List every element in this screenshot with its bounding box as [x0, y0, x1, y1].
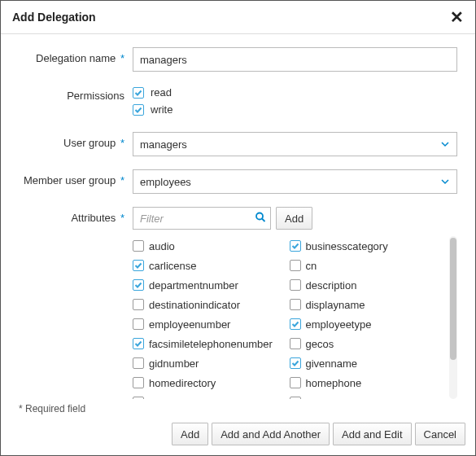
- attribute-item[interactable]: employeetype: [290, 314, 447, 334]
- attribute-add-button[interactable]: Add: [276, 207, 312, 230]
- attribute-item[interactable]: gidnumber: [133, 353, 290, 373]
- checkbox-icon[interactable]: [133, 318, 144, 330]
- chevron-down-icon: [440, 177, 450, 186]
- attribute-label: cn: [306, 260, 317, 272]
- attribute-label: givenname: [306, 357, 358, 370]
- checkbox-icon[interactable]: [133, 104, 144, 116]
- row-member-user-group: Member user group * employees: [19, 169, 457, 194]
- required-asterisk: *: [117, 137, 124, 149]
- row-delegation-name: Delegation name *: [19, 47, 457, 72]
- attribute-item[interactable]: destinationindicator: [133, 295, 290, 314]
- required-field-note: * Required field: [1, 400, 475, 418]
- attribute-controls: Add: [133, 207, 457, 230]
- dialog-footer: Add Add and Add Another Add and Edit Can…: [1, 418, 475, 455]
- dialog-header: Add Delegation ✕: [1, 1, 475, 34]
- attribute-item[interactable]: carlicense: [133, 256, 290, 275]
- attribute-item[interactable]: homepostaladdress: [133, 392, 290, 399]
- attribute-label: destinationindicator: [149, 299, 240, 311]
- checkbox-icon[interactable]: [133, 357, 144, 369]
- attribute-label: gidnumber: [149, 357, 199, 370]
- svg-line-1: [262, 219, 265, 222]
- required-asterisk: *: [117, 212, 124, 224]
- add-button[interactable]: Add: [172, 423, 208, 445]
- user-group-select[interactable]: managers: [133, 132, 457, 156]
- attribute-filter-input[interactable]: [133, 207, 271, 230]
- attribute-label: homephone: [306, 377, 362, 389]
- checkbox-icon[interactable]: [290, 397, 301, 399]
- attribute-scrollbar[interactable]: [449, 236, 457, 399]
- attribute-label: description: [306, 279, 357, 292]
- member-user-group-value: employees: [140, 176, 191, 188]
- checkbox-icon[interactable]: [133, 260, 144, 271]
- user-group-value: managers: [140, 138, 187, 151]
- required-asterisk: *: [117, 174, 124, 186]
- row-permissions: Permissions read write: [19, 85, 457, 119]
- attribute-label: gecos: [306, 338, 334, 350]
- scrollbar-thumb[interactable]: [450, 238, 456, 360]
- svg-point-0: [256, 213, 263, 220]
- attribute-item[interactable]: employeenumber: [133, 314, 290, 334]
- checkbox-icon[interactable]: [133, 299, 144, 310]
- delegation-name-field[interactable]: [133, 47, 457, 72]
- checkbox-icon[interactable]: [133, 338, 144, 349]
- attribute-label: facsimiletelephonenumber: [149, 338, 273, 350]
- label-user-group: User group *: [19, 132, 133, 149]
- member-user-group-select[interactable]: employees: [133, 169, 457, 194]
- add-and-edit-button[interactable]: Add and Edit: [333, 423, 411, 445]
- checkbox-icon[interactable]: [133, 377, 144, 388]
- label-permissions: Permissions: [19, 85, 133, 102]
- attribute-item[interactable]: inetuserhttpurl: [290, 392, 447, 399]
- attribute-label: employeetype: [306, 318, 372, 331]
- attribute-item[interactable]: audio: [133, 236, 290, 256]
- attribute-item[interactable]: departmentnumber: [133, 275, 290, 295]
- attribute-label: homepostaladdress: [149, 397, 241, 400]
- checkbox-icon[interactable]: [133, 240, 144, 252]
- chevron-down-icon: [440, 139, 450, 149]
- attribute-label: audio: [149, 240, 175, 252]
- attribute-item[interactable]: gecos: [290, 334, 447, 353]
- checkbox-icon[interactable]: [290, 240, 301, 252]
- checkbox-icon[interactable]: [290, 338, 301, 349]
- attribute-item[interactable]: facsimiletelephonenumber: [133, 334, 290, 353]
- checkbox-icon[interactable]: [290, 279, 301, 291]
- attribute-item[interactable]: businesscategory: [290, 236, 447, 256]
- label-member-user-group: Member user group *: [19, 169, 133, 186]
- attribute-item[interactable]: homephone: [290, 373, 447, 392]
- checkbox-icon[interactable]: [133, 87, 144, 99]
- attribute-label: departmentnumber: [149, 279, 238, 292]
- permission-write[interactable]: write: [133, 102, 457, 116]
- checkbox-icon[interactable]: [290, 318, 301, 330]
- add-delegation-dialog: Add Delegation ✕ Delegation name * Permi…: [0, 0, 476, 456]
- search-icon[interactable]: [255, 212, 266, 226]
- attribute-item[interactable]: givenname: [290, 353, 447, 373]
- row-user-group: User group * managers: [19, 132, 457, 156]
- dialog-title: Add Delegation: [12, 11, 96, 24]
- attribute-label: inetuserhttpurl: [306, 397, 373, 400]
- attribute-label: businesscategory: [306, 240, 388, 252]
- attribute-item[interactable]: homedirectory: [133, 373, 290, 392]
- checkbox-icon[interactable]: [290, 357, 301, 369]
- attribute-label: homedirectory: [149, 377, 216, 389]
- add-and-add-another-button[interactable]: Add and Add Another: [212, 423, 330, 445]
- attribute-label: employeenumber: [149, 318, 230, 331]
- attribute-label: carlicense: [149, 260, 197, 272]
- close-icon[interactable]: ✕: [450, 9, 464, 25]
- attribute-item[interactable]: cn: [290, 256, 447, 275]
- checkbox-icon[interactable]: [133, 279, 144, 291]
- checkbox-icon[interactable]: [290, 299, 301, 310]
- label-delegation-name: Delegation name *: [19, 47, 133, 64]
- checkbox-icon[interactable]: [290, 377, 301, 388]
- row-attributes: Attributes * Add audiobusinesscategoryca…: [19, 207, 457, 399]
- checkbox-icon[interactable]: [133, 397, 144, 399]
- dialog-body: Delegation name * Permissions read write: [1, 34, 475, 400]
- cancel-button[interactable]: Cancel: [415, 423, 465, 445]
- attribute-label: displayname: [306, 299, 365, 311]
- checkbox-icon[interactable]: [290, 260, 301, 271]
- permission-read[interactable]: read: [133, 85, 457, 99]
- attribute-list: audiobusinesscategorycarlicensecndepartm…: [133, 236, 446, 399]
- required-asterisk: *: [117, 52, 124, 64]
- attribute-item[interactable]: description: [290, 275, 447, 295]
- label-attributes: Attributes *: [19, 207, 133, 224]
- attribute-item[interactable]: displayname: [290, 295, 447, 314]
